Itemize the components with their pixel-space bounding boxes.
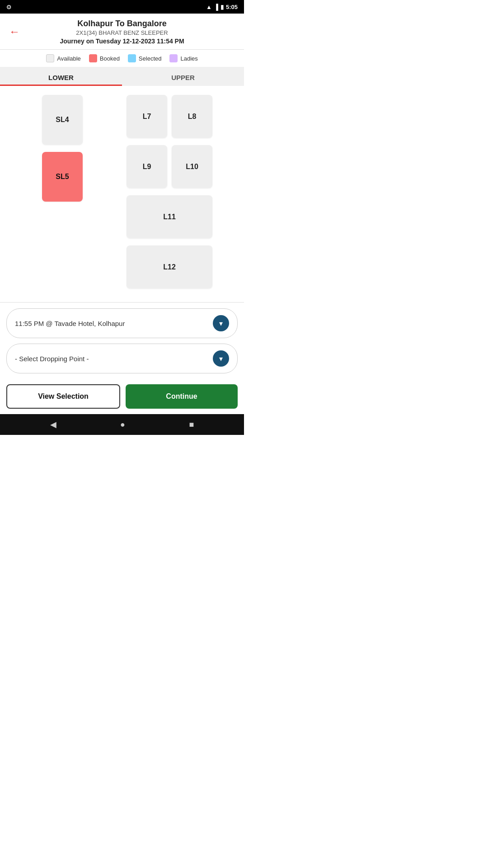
boarding-dropping-section: 11:55 PM @ Tavade Hotel, Kolhapur ▾ - Se… [0, 303, 244, 379]
journey-date: Journey on Tuesday 12-12-2023 11:54 PM [7, 38, 237, 45]
time-display: 5:05 [226, 4, 238, 10]
seat-grid: SL4 SL5 L7 L8 L9 L10 L11 L12 [7, 95, 237, 288]
camera-icon: ⊙ [6, 4, 11, 10]
bottom-navigation: ◀ ● ■ [0, 414, 244, 435]
wifi-icon: ▲ [206, 4, 212, 10]
legend-selected: Selected [128, 54, 162, 62]
legend-available: Available [46, 54, 81, 62]
upper-column: L7 L8 L9 L10 L11 L12 [127, 95, 237, 288]
upper-row-4: L12 [127, 245, 237, 288]
upper-row-3: L11 [127, 195, 237, 238]
back-nav-icon[interactable]: ◀ [50, 420, 56, 429]
seat-l11[interactable]: L11 [127, 195, 212, 238]
chevron-down-icon-2: ▾ [219, 354, 223, 363]
boarding-point-label: 11:55 PM @ Tavade Hotel, Kolhapur [15, 320, 125, 327]
available-box [46, 54, 54, 62]
legend-ladies: Ladies [169, 54, 197, 62]
dropping-chevron-btn[interactable]: ▾ [213, 350, 229, 367]
status-bar-left: ⊙ [6, 4, 11, 10]
seat-legend: Available Booked Selected Ladies [0, 50, 244, 67]
recent-nav-icon[interactable]: ■ [189, 420, 194, 429]
boarding-chevron-btn[interactable]: ▾ [213, 315, 229, 331]
view-selection-button[interactable]: View Selection [6, 384, 120, 409]
home-nav-icon[interactable]: ● [120, 420, 125, 429]
header: ← Kolhapur To Bangalore 2X1(34) BHARAT B… [0, 14, 244, 50]
deck-tabs: LOWER UPPER [0, 67, 244, 86]
seat-sl4[interactable]: SL4 [42, 95, 83, 145]
seat-l10[interactable]: L10 [172, 145, 212, 188]
upper-row-2: L9 L10 [127, 145, 237, 188]
tab-lower[interactable]: LOWER [0, 67, 122, 86]
route-title: Kolhapur To Bangalore [7, 19, 237, 28]
booked-box [89, 54, 97, 62]
status-bar-right: ▲ ▐ ▮ 5:05 [206, 4, 238, 10]
battery-icon: ▮ [221, 4, 224, 10]
dropping-point-dropdown[interactable]: - Select Dropping Point - ▾ [6, 344, 238, 373]
seat-l12[interactable]: L12 [127, 245, 212, 288]
tab-upper[interactable]: UPPER [122, 67, 244, 86]
selected-box [128, 54, 136, 62]
seat-area: SL4 SL5 L7 L8 L9 L10 L11 L12 [0, 86, 244, 303]
status-bar: ⊙ ▲ ▐ ▮ 5:05 [0, 0, 244, 14]
continue-button[interactable]: Continue [126, 384, 238, 409]
action-buttons: View Selection Continue [0, 379, 244, 414]
dropping-point-label: - Select Dropping Point - [15, 355, 89, 363]
seat-l8[interactable]: L8 [172, 95, 212, 138]
seat-l9[interactable]: L9 [127, 145, 167, 188]
seat-l7[interactable]: L7 [127, 95, 167, 138]
ladies-box [169, 54, 178, 62]
upper-row-1: L7 L8 [127, 95, 237, 138]
legend-booked: Booked [89, 54, 120, 62]
seat-sl5[interactable]: SL5 [42, 152, 83, 202]
signal-icon: ▐ [214, 4, 218, 10]
chevron-down-icon: ▾ [219, 319, 223, 328]
back-button[interactable]: ← [7, 24, 22, 40]
bus-info: 2X1(34) BHARAT BENZ SLEEPER [7, 29, 237, 36]
boarding-point-dropdown[interactable]: 11:55 PM @ Tavade Hotel, Kolhapur ▾ [6, 308, 238, 338]
lower-column: SL4 SL5 [7, 95, 117, 288]
